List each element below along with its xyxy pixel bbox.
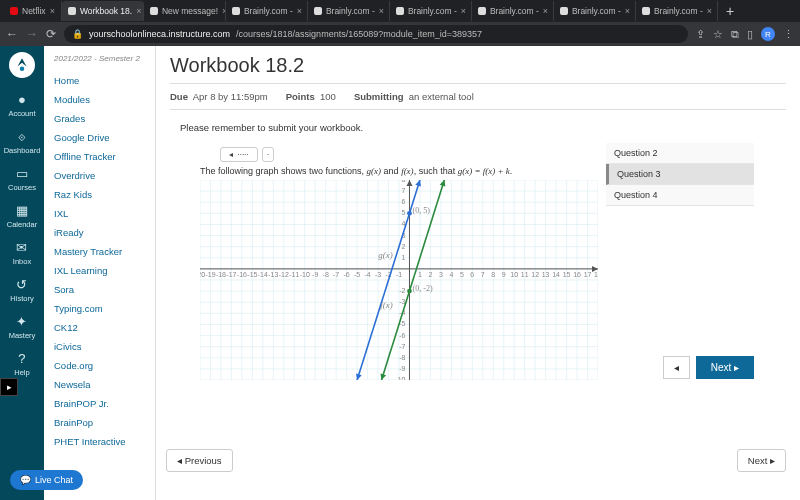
svg-text:-4: -4 [364, 271, 370, 278]
prev-module-button[interactable]: ◂ Previous [166, 449, 233, 472]
tab-close-icon[interactable]: × [136, 6, 141, 16]
course-nav-item[interactable]: IXL Learning [54, 261, 145, 280]
rail-item-mastery[interactable]: ✦Mastery [4, 308, 41, 345]
browser-tab[interactable]: Netflix× [4, 1, 62, 21]
live-chat-button[interactable]: 💬 Live Chat [10, 470, 83, 490]
course-nav-item[interactable]: iCivics [54, 337, 145, 356]
browser-tab[interactable]: New message!× [144, 1, 226, 21]
course-nav-item[interactable]: Offline Tracker [54, 147, 145, 166]
rail-label: Mastery [9, 331, 36, 340]
svg-point-0 [20, 67, 25, 72]
course-nav-item[interactable]: Grades [54, 109, 145, 128]
course-nav-item[interactable]: IXL [54, 204, 145, 223]
history-icon: ↺ [14, 276, 30, 292]
browser-tab[interactable]: Brainly.com -× [636, 1, 718, 21]
external-tool-embed: ◂ ····· · The following graph shows two … [200, 143, 786, 380]
prev-question-button[interactable]: ◂ [663, 356, 690, 379]
browser-tab[interactable]: Brainly.com -× [554, 1, 636, 21]
rail-item-history[interactable]: ↺History [4, 271, 41, 308]
course-nav-item[interactable]: Sora [54, 280, 145, 299]
course-nav-item[interactable]: Modules [54, 90, 145, 109]
address-bar[interactable]: 🔒 yourschoolonlineca.instructure.com/cou… [64, 25, 688, 43]
rail-item-calendar[interactable]: ▦Calendar [4, 197, 41, 234]
question-nav-item[interactable]: Question 3 [606, 164, 754, 185]
menu-icon[interactable]: ⋮ [783, 28, 794, 41]
tab-favicon [232, 7, 240, 15]
course-nav-item[interactable]: Typing.com [54, 299, 145, 318]
browser-tab[interactable]: Brainly.com -× [226, 1, 308, 21]
tab-label: Brainly.com - [326, 6, 375, 16]
course-nav-item[interactable]: BrainPop [54, 413, 145, 432]
tab-label: Brainly.com - [244, 6, 293, 16]
profile-avatar[interactable]: R [761, 27, 775, 41]
forward-button[interactable]: → [26, 27, 38, 41]
browser-tab[interactable]: Brainly.com -× [390, 1, 472, 21]
tab-close-icon[interactable]: × [50, 6, 55, 16]
svg-text:-9: -9 [399, 365, 405, 372]
side-panel-icon[interactable]: ▯ [747, 28, 753, 41]
extensions-icon[interactable]: ⧉ [731, 28, 739, 41]
submitting-value: an external tool [409, 91, 474, 102]
live-chat-label: Live Chat [35, 475, 73, 485]
course-nav-item[interactable]: Newsela [54, 375, 145, 394]
course-nav-item[interactable]: PHET Interactive [54, 432, 145, 451]
new-tab-button[interactable]: + [718, 3, 742, 19]
rail-item-inbox[interactable]: ✉Inbox [4, 234, 41, 271]
account-icon: ● [14, 91, 30, 107]
tab-close-icon[interactable]: × [297, 6, 302, 16]
course-nav-item[interactable]: CK12 [54, 318, 145, 337]
course-nav-item[interactable]: Raz Kids [54, 185, 145, 204]
svg-text:11: 11 [521, 271, 529, 278]
question-nav-item[interactable]: Question 4 [606, 185, 754, 206]
question-nav-item[interactable]: Question 2 [606, 143, 754, 164]
course-nav-item[interactable]: BrainPOP Jr. [54, 394, 145, 413]
tab-close-icon[interactable]: × [379, 6, 384, 16]
replay-button[interactable]: · [262, 147, 274, 162]
next-question-button[interactable]: Next ▸ [696, 356, 754, 379]
course-nav-item[interactable]: Google Drive [54, 128, 145, 147]
svg-text:6: 6 [402, 198, 406, 205]
svg-text:-18: -18 [216, 271, 226, 278]
tab-favicon [150, 7, 158, 15]
due-label: Due [170, 91, 188, 102]
rail-item-courses[interactable]: ▭Courses [4, 160, 41, 197]
svg-text:-10: -10 [300, 271, 310, 278]
share-icon[interactable]: ⇪ [696, 28, 705, 41]
question-prompt: The following graph shows two functions,… [200, 166, 600, 176]
tab-close-icon[interactable]: × [707, 6, 712, 16]
rail-item-help[interactable]: ?Help [4, 345, 41, 382]
course-nav-item[interactable]: Overdrive [54, 166, 145, 185]
play-badge[interactable]: ▸ [0, 378, 18, 396]
browser-tab[interactable]: Brainly.com -× [472, 1, 554, 21]
next-module-button[interactable]: Next ▸ [737, 449, 786, 472]
browser-tab[interactable]: Workbook 18.× [62, 1, 144, 21]
svg-text:10: 10 [510, 271, 518, 278]
calendar-icon: ▦ [14, 202, 30, 218]
tab-close-icon[interactable]: × [461, 6, 466, 16]
bookmark-icon[interactable]: ☆ [713, 28, 723, 41]
course-nav-item[interactable]: Home [54, 71, 145, 90]
course-nav-item[interactable]: Code.org [54, 356, 145, 375]
school-logo[interactable] [9, 52, 35, 78]
rail-item-dashboard[interactable]: ⟐Dashboard [4, 123, 41, 160]
rail-item-account[interactable]: ●Account [4, 86, 41, 123]
tab-close-icon[interactable]: × [543, 6, 548, 16]
svg-text:2: 2 [402, 243, 406, 250]
svg-text:17: 17 [584, 271, 592, 278]
svg-text:8: 8 [402, 180, 406, 183]
tab-close-icon[interactable]: × [625, 6, 630, 16]
points-label: Points [286, 91, 315, 102]
tab-favicon [10, 7, 18, 15]
reload-button[interactable]: ⟳ [46, 27, 56, 41]
lock-icon: 🔒 [72, 29, 83, 39]
svg-text:-7: -7 [333, 271, 339, 278]
svg-text:15: 15 [563, 271, 571, 278]
course-nav-item[interactable]: iReady [54, 223, 145, 242]
listen-button[interactable]: ◂ ····· [220, 147, 258, 162]
rail-label: Dashboard [4, 146, 41, 155]
course-nav-item[interactable]: Mastery Tracker [54, 242, 145, 261]
browser-chrome: Netflix×Workbook 18.×New message!×Brainl… [0, 0, 800, 46]
browser-tab[interactable]: Brainly.com -× [308, 1, 390, 21]
rail-label: Help [14, 368, 29, 377]
back-button[interactable]: ← [6, 27, 18, 41]
